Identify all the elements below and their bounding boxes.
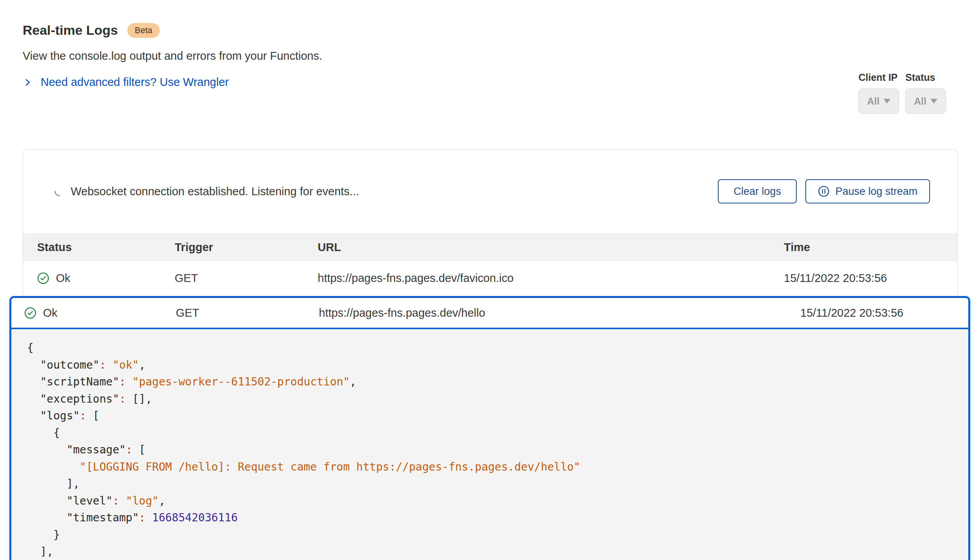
expanded-log-entry: Ok GET https://pages-fns.pages.dev/hello… xyxy=(9,296,970,560)
client-ip-filter-label: Client IP xyxy=(858,72,899,83)
column-header-status: Status xyxy=(37,241,175,254)
row-trigger: GET xyxy=(176,307,319,319)
check-circle-icon xyxy=(24,307,36,319)
clear-logs-button[interactable]: Clear logs xyxy=(718,179,797,203)
beta-badge: Beta xyxy=(127,23,160,38)
status-filter: Status All xyxy=(905,72,946,114)
caret-down-icon xyxy=(930,99,937,103)
column-header-trigger: Trigger xyxy=(175,241,318,254)
log-detail-json: { "outcome": "ok", "scriptName": "pages-… xyxy=(11,329,968,560)
stream-status-bar: Websocket connection established. Listen… xyxy=(23,150,957,233)
page-subtitle: View the console.log output and errors f… xyxy=(23,50,322,62)
row-time: 15/11/2022 20:53:56 xyxy=(784,272,957,285)
row-url: https://pages-fns.pages.dev/hello xyxy=(319,307,800,319)
page-header: Real-time Logs Beta View the console.log… xyxy=(23,23,322,89)
logs-panel: Websocket connection established. Listen… xyxy=(23,149,958,296)
check-circle-icon xyxy=(37,272,49,284)
spinner-icon xyxy=(54,186,64,196)
pause-log-stream-label: Pause log stream xyxy=(835,185,917,198)
column-header-time: Time xyxy=(784,241,957,254)
websocket-status-message: Websocket connection established. Listen… xyxy=(71,185,718,198)
page-title: Real-time Logs xyxy=(23,23,118,38)
status-filter-label: Status xyxy=(905,72,946,83)
client-ip-filter: Client IP All xyxy=(858,72,899,114)
row-status: Ok xyxy=(56,272,70,285)
pause-icon xyxy=(818,185,830,197)
row-trigger: GET xyxy=(175,272,318,285)
column-header-url: URL xyxy=(318,241,784,254)
wrangler-link-label: Need advanced filters? Use Wrangler xyxy=(41,76,229,89)
status-filter-value: All xyxy=(914,96,926,107)
clear-logs-label: Clear logs xyxy=(733,185,781,198)
row-status: Ok xyxy=(43,307,57,319)
pause-log-stream-button[interactable]: Pause log stream xyxy=(805,179,930,203)
chevron-right-icon xyxy=(23,77,33,87)
log-filters: Client IP All Status All xyxy=(858,72,946,114)
status-filter-dropdown[interactable]: All xyxy=(905,89,946,114)
log-table-header: Status Trigger URL Time xyxy=(23,233,957,261)
caret-down-icon xyxy=(883,99,891,103)
client-ip-filter-value: All xyxy=(867,96,880,107)
log-table-row[interactable]: Ok GET https://pages-fns.pages.dev/favic… xyxy=(23,261,957,295)
row-url: https://pages-fns.pages.dev/favicon.ico xyxy=(318,272,784,285)
client-ip-filter-dropdown[interactable]: All xyxy=(858,89,899,114)
row-time: 15/11/2022 20:53:56 xyxy=(800,307,968,319)
log-table-row-selected[interactable]: Ok GET https://pages-fns.pages.dev/hello… xyxy=(11,298,968,329)
wrangler-advanced-filters-link[interactable]: Need advanced filters? Use Wrangler xyxy=(23,76,229,89)
